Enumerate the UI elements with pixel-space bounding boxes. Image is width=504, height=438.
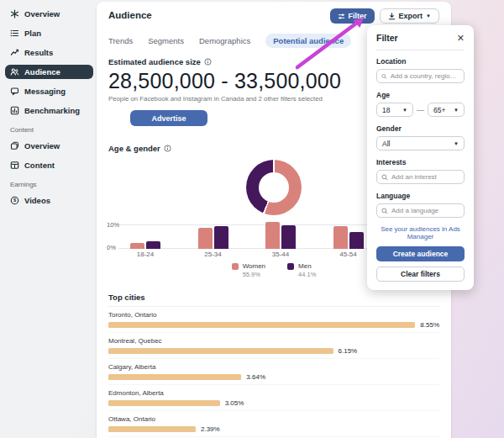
legend-swatch bbox=[287, 263, 294, 270]
age-group: 35-44 bbox=[265, 218, 296, 249]
filter-panel-title: Filter bbox=[376, 33, 398, 43]
age-gender-title: Age & gender bbox=[108, 144, 160, 153]
audience-icon bbox=[10, 67, 19, 77]
city-row: Ottawa, Ontario2.39% bbox=[108, 411, 439, 437]
age-min-value: 18 bbox=[382, 106, 390, 114]
search-icon bbox=[381, 208, 388, 214]
sidebar-item-results[interactable]: Results bbox=[5, 45, 93, 60]
page-title: Audience bbox=[108, 10, 152, 20]
plan-icon bbox=[10, 29, 19, 38]
tab-potential-audience[interactable]: Potential audience bbox=[265, 34, 351, 48]
age-min-select[interactable]: 18 ▼ bbox=[376, 103, 413, 117]
age-max-select[interactable]: 65+ ▼ bbox=[428, 103, 465, 117]
bar-men bbox=[214, 226, 228, 249]
sidebar-item-label: Audience bbox=[24, 67, 60, 77]
benchmarking-icon bbox=[10, 106, 19, 115]
divider bbox=[376, 50, 465, 50]
city-label: Edmonton, Alberta bbox=[108, 389, 439, 397]
sidebar-item-label: Plan bbox=[24, 29, 41, 38]
x-tick-label: 35-44 bbox=[272, 251, 289, 258]
language-input[interactable]: Add a language bbox=[376, 203, 465, 218]
sidebar-item-content[interactable]: Content bbox=[5, 158, 93, 172]
search-icon bbox=[381, 73, 387, 80]
age-range-dash: — bbox=[417, 106, 424, 114]
gender-value: All bbox=[382, 140, 390, 148]
sidebar-item-label: Results bbox=[24, 48, 53, 57]
export-button[interactable]: Export ▼ bbox=[380, 8, 439, 24]
create-audience-button[interactable]: Create audience bbox=[376, 246, 465, 261]
sidebar-section-content: Content bbox=[10, 126, 93, 134]
age-max-value: 65+ bbox=[433, 106, 445, 114]
city-bar bbox=[108, 426, 196, 432]
clear-filters-button[interactable]: Clear filters bbox=[376, 266, 465, 282]
city-value: 3.05% bbox=[225, 399, 244, 407]
legend-item: Women55.9% bbox=[232, 262, 265, 278]
close-icon[interactable]: ✕ bbox=[457, 34, 465, 43]
info-icon[interactable] bbox=[204, 58, 212, 66]
sidebar-item-benchmarking[interactable]: Benchmarking bbox=[5, 103, 93, 118]
bar-men bbox=[281, 225, 296, 249]
language-label: Language bbox=[376, 192, 465, 200]
x-tick-label: 45-54 bbox=[339, 251, 356, 258]
filter-button[interactable]: Filter bbox=[330, 8, 375, 24]
city-value: 6.15% bbox=[339, 347, 358, 355]
legend-label: Men bbox=[298, 262, 316, 270]
tab-demographics[interactable]: Demographics bbox=[199, 34, 250, 48]
age-label: Age bbox=[376, 91, 465, 99]
tab-trends[interactable]: Trends bbox=[108, 34, 133, 48]
legend-value: 55.9% bbox=[243, 271, 265, 278]
content-grid-icon bbox=[10, 161, 19, 170]
city-row: Montreal, Quebec6.15% bbox=[108, 333, 439, 359]
svg-text:$: $ bbox=[13, 198, 17, 203]
gender-select[interactable]: All ▼ bbox=[376, 136, 465, 150]
city-row: Toronto, Ontario8.55% bbox=[108, 307, 439, 333]
chevron-down-icon: ▼ bbox=[426, 13, 431, 18]
city-value: 2.39% bbox=[201, 425, 220, 433]
sidebar-item-messaging[interactable]: Messaging bbox=[5, 84, 93, 98]
sidebar-item-label: Overview bbox=[24, 141, 60, 150]
download-icon bbox=[388, 13, 396, 20]
interests-label: Interests bbox=[376, 158, 465, 166]
location-label: Location bbox=[376, 57, 465, 66]
info-icon[interactable] bbox=[164, 145, 171, 152]
tab-segments[interactable]: Segments bbox=[148, 34, 184, 48]
legend-value: 44.1% bbox=[298, 271, 316, 278]
city-row: Edmonton, Alberta3.05% bbox=[108, 385, 439, 411]
donut-hole bbox=[259, 172, 289, 203]
messaging-icon bbox=[10, 87, 19, 96]
sidebar-item-overview[interactable]: Overview bbox=[5, 7, 93, 21]
overview-icon bbox=[10, 9, 19, 18]
sidebar-item-plan[interactable]: Plan bbox=[5, 26, 93, 40]
sidebar-item-videos[interactable]: $ Videos bbox=[5, 193, 93, 208]
age-group: 45-54 bbox=[333, 218, 364, 249]
bar-women bbox=[265, 222, 280, 249]
videos-earnings-icon: $ bbox=[10, 196, 19, 205]
city-bar bbox=[108, 322, 415, 328]
top-cities-title: Top cities bbox=[108, 293, 145, 302]
estimated-audience-size-label: Estimated audience size bbox=[108, 57, 201, 66]
overview-content-icon bbox=[10, 141, 19, 150]
sliders-icon bbox=[338, 13, 345, 20]
bar-men bbox=[146, 241, 160, 249]
city-bar bbox=[108, 374, 241, 380]
sidebar-item-label: Overview bbox=[24, 9, 60, 18]
sidebar: Overview Plan Results Audience Messaging… bbox=[0, 0, 97, 438]
search-icon bbox=[381, 174, 388, 181]
sidebar-item-label: Messaging bbox=[24, 87, 66, 96]
city-value: 8.55% bbox=[420, 321, 439, 329]
chevron-down-icon: ▼ bbox=[402, 108, 407, 113]
bar-women bbox=[130, 243, 144, 249]
sidebar-item-audience[interactable]: Audience bbox=[5, 65, 93, 79]
location-input[interactable]: Add a country, region or city bbox=[376, 69, 465, 83]
results-icon bbox=[10, 48, 19, 57]
interests-input[interactable]: Add an interest bbox=[376, 170, 465, 184]
ads-manager-link[interactable]: See your audiences in Ads Manager bbox=[376, 225, 465, 240]
sidebar-item-label: Videos bbox=[24, 196, 50, 205]
x-tick-label: 18-24 bbox=[137, 251, 154, 258]
advertise-button[interactable]: Advertise bbox=[130, 110, 207, 126]
city-row: Calgary, Alberta3.64% bbox=[108, 359, 439, 385]
sidebar-item-content-overview[interactable]: Overview bbox=[5, 139, 93, 153]
language-placeholder: Add a language bbox=[391, 207, 438, 214]
chevron-down-icon: ▼ bbox=[454, 108, 459, 113]
age-group: 18-24 bbox=[130, 218, 160, 249]
